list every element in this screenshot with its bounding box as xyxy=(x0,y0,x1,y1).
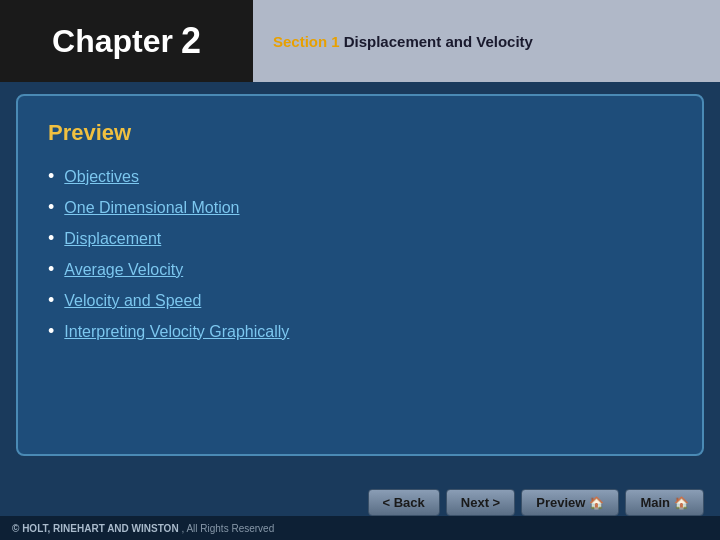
preview-label: Preview xyxy=(536,495,585,510)
preview-button[interactable]: Preview 🏠 xyxy=(521,489,619,516)
home-icon: 🏠 xyxy=(589,496,604,510)
bullet-icon: • xyxy=(48,228,54,249)
bullet-icon: • xyxy=(48,259,54,280)
nav-link-velocity-and-speed[interactable]: Velocity and Speed xyxy=(64,292,201,310)
list-item-interpreting-velocity-graphically: •Interpreting Velocity Graphically xyxy=(48,321,672,342)
footer-copyright: © HOLT, RINEHART AND WINSTON , All Right… xyxy=(12,523,274,534)
section-title: Displacement and Velocity xyxy=(344,33,533,50)
nav-link-interpreting-velocity-graphically[interactable]: Interpreting Velocity Graphically xyxy=(64,323,289,341)
main-button[interactable]: Main 🏠 xyxy=(625,489,704,516)
footer: © HOLT, RINEHART AND WINSTON , All Right… xyxy=(0,516,720,540)
nav-link-average-velocity[interactable]: Average Velocity xyxy=(64,261,183,279)
main-label: Main xyxy=(640,495,670,510)
bottom-bar: < Back Next > Preview 🏠 Main 🏠 xyxy=(0,489,720,516)
chapter-number: 2 xyxy=(181,20,201,62)
back-button[interactable]: < Back xyxy=(368,489,440,516)
next-button[interactable]: Next > xyxy=(446,489,515,516)
list-item-one-dimensional-motion: •One Dimensional Motion xyxy=(48,197,672,218)
nav-link-displacement[interactable]: Displacement xyxy=(64,230,161,248)
nav-link-objectives[interactable]: Objectives xyxy=(64,168,139,186)
footer-rights: , All Rights Reserved xyxy=(181,523,274,534)
header: Chapter 2 Section 1 Displacement and Vel… xyxy=(0,0,720,82)
section-label: Section 1 xyxy=(273,33,340,50)
content-card: Preview •Objectives•One Dimensional Moti… xyxy=(16,94,704,456)
chapter-box: Chapter 2 xyxy=(0,0,253,82)
main-home-icon: 🏠 xyxy=(674,496,689,510)
list-item-objectives: •Objectives xyxy=(48,166,672,187)
main-content: Preview •Objectives•One Dimensional Moti… xyxy=(0,82,720,468)
bullet-icon: • xyxy=(48,321,54,342)
chapter-label: Chapter xyxy=(52,23,173,60)
bullet-icon: • xyxy=(48,290,54,311)
next-label: Next > xyxy=(461,495,500,510)
footer-brand: © HOLT, RINEHART AND WINSTON xyxy=(12,523,179,534)
nav-list: •Objectives•One Dimensional Motion•Displ… xyxy=(48,166,672,342)
back-label: < Back xyxy=(383,495,425,510)
preview-title: Preview xyxy=(48,120,672,146)
nav-link-one-dimensional-motion[interactable]: One Dimensional Motion xyxy=(64,199,239,217)
list-item-displacement: •Displacement xyxy=(48,228,672,249)
list-item-average-velocity: •Average Velocity xyxy=(48,259,672,280)
bullet-icon: • xyxy=(48,197,54,218)
list-item-velocity-and-speed: •Velocity and Speed xyxy=(48,290,672,311)
bullet-icon: • xyxy=(48,166,54,187)
section-header: Section 1 Displacement and Velocity xyxy=(253,0,720,82)
